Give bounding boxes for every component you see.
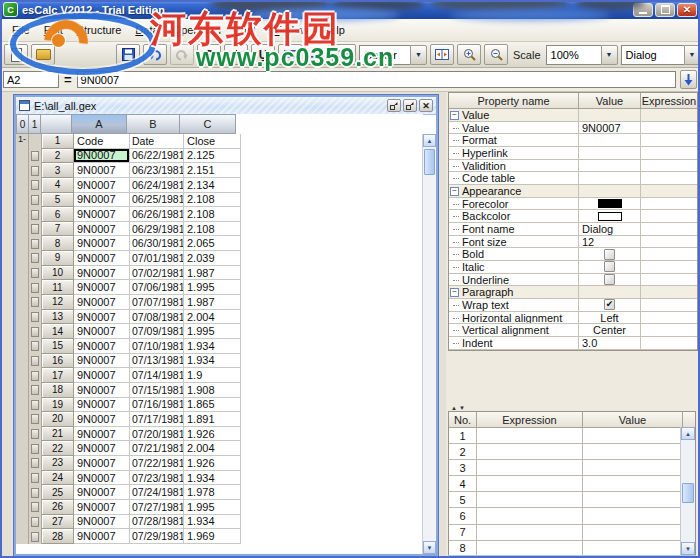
cell-a12[interactable]: 9N0007 bbox=[74, 295, 130, 310]
cell-a7[interactable]: 9N0007 bbox=[74, 222, 130, 237]
outline-cell[interactable] bbox=[29, 354, 42, 369]
cell-c25[interactable]: 1.978 bbox=[184, 485, 241, 500]
outline-cell[interactable] bbox=[16, 236, 29, 251]
row-header-18[interactable]: 18 bbox=[42, 383, 74, 398]
outline-cell[interactable] bbox=[16, 163, 29, 178]
menu-item-tool[interactable]: Tool bbox=[228, 22, 262, 38]
cell-b12[interactable]: 07/07/1981 bbox=[130, 295, 184, 310]
cell-reference-box[interactable]: A2 bbox=[3, 71, 59, 88]
row-header-12[interactable]: 12 bbox=[42, 295, 74, 310]
cell-b15[interactable]: 07/10/1981 bbox=[130, 339, 184, 354]
cell-c24[interactable]: 1.934 bbox=[184, 471, 241, 486]
cell-b9[interactable]: 07/01/1981 bbox=[130, 251, 184, 266]
property-value[interactable] bbox=[579, 172, 641, 184]
property-row-bold[interactable]: Bold bbox=[449, 248, 697, 261]
property-expression[interactable] bbox=[641, 198, 697, 210]
outline-cell[interactable] bbox=[16, 324, 29, 339]
outline-cell[interactable] bbox=[16, 500, 29, 515]
cell-a2[interactable]: 9N0007 bbox=[74, 149, 130, 164]
row-header-9[interactable]: 9 bbox=[42, 251, 74, 266]
outline-cell[interactable] bbox=[16, 368, 29, 383]
underline-button[interactable]: U bbox=[251, 44, 275, 65]
property-row-forecolor[interactable]: Forecolor bbox=[449, 198, 697, 211]
outline-cell[interactable] bbox=[16, 456, 29, 471]
checkbox-checked[interactable]: ✔ bbox=[604, 299, 615, 310]
menu-item-help[interactable]: Help bbox=[315, 22, 352, 38]
cell-a6[interactable]: 9N0007 bbox=[74, 207, 130, 222]
scroll-up-icon[interactable]: ▲ bbox=[423, 134, 436, 147]
row-header-22[interactable]: 22 bbox=[42, 441, 74, 456]
cell-a14[interactable]: 9N0007 bbox=[74, 324, 130, 339]
property-value[interactable]: ✔ bbox=[579, 299, 641, 311]
menu-item-edit[interactable]: Edit bbox=[37, 22, 70, 38]
outline-cell[interactable] bbox=[29, 339, 42, 354]
outline-cell[interactable] bbox=[16, 383, 29, 398]
cell-a19[interactable]: 9N0007 bbox=[74, 398, 130, 413]
cell-b25[interactable]: 07/24/1981 bbox=[130, 485, 184, 500]
property-expression[interactable] bbox=[641, 299, 697, 311]
merge-cells-button[interactable] bbox=[430, 44, 454, 65]
value-cell[interactable] bbox=[583, 541, 683, 556]
property-value[interactable] bbox=[579, 274, 641, 286]
column-header-b[interactable]: B bbox=[126, 114, 180, 134]
cell-a27[interactable]: 9N0007 bbox=[74, 515, 130, 530]
row-header-24[interactable]: 24 bbox=[42, 471, 74, 486]
zoom-out-button[interactable] bbox=[484, 44, 508, 65]
outline-cell[interactable] bbox=[16, 398, 29, 413]
cell-c10[interactable]: 1.987 bbox=[184, 266, 241, 281]
scroll-down-icon[interactable]: ▼ bbox=[423, 541, 436, 554]
menu-item-file[interactable]: File bbox=[5, 22, 37, 38]
property-row-vertical-alignment[interactable]: Vertical alignmentCenter bbox=[449, 324, 697, 337]
property-value[interactable] bbox=[579, 147, 641, 159]
expression-cell[interactable] bbox=[477, 492, 583, 507]
cell-b17[interactable]: 07/14/1981 bbox=[130, 368, 184, 383]
cell-a17[interactable]: 9N0007 bbox=[74, 368, 130, 383]
formula-expand-button[interactable] bbox=[680, 70, 697, 89]
cell-a21[interactable]: 9N0007 bbox=[74, 427, 130, 442]
expression-cell[interactable] bbox=[477, 460, 583, 475]
cell-a23[interactable]: 9N0007 bbox=[74, 456, 130, 471]
outline-cell[interactable] bbox=[16, 441, 29, 456]
property-expression[interactable] bbox=[641, 210, 697, 222]
cell-a5[interactable]: 9N0007 bbox=[74, 193, 130, 208]
cell-a15[interactable]: 9N0007 bbox=[74, 339, 130, 354]
property-row-wrap-text[interactable]: Wrap text✔ bbox=[449, 299, 697, 312]
cell-a18[interactable]: 9N0007 bbox=[74, 383, 130, 398]
cell-c12[interactable]: 1.987 bbox=[184, 295, 241, 310]
cell-a9[interactable]: 9N0007 bbox=[74, 251, 130, 266]
outline-cell[interactable] bbox=[29, 398, 42, 413]
row-header-20[interactable]: 20 bbox=[42, 412, 74, 427]
expression-scrollbar[interactable]: ▲ ▼ bbox=[680, 427, 695, 555]
row-header-10[interactable]: 10 bbox=[42, 266, 74, 281]
outline-cell[interactable] bbox=[29, 324, 42, 339]
cell-b11[interactable]: 07/06/1981 bbox=[130, 280, 184, 295]
cell-b3[interactable]: 06/23/1981 bbox=[130, 163, 184, 178]
cell-c18[interactable]: 1.908 bbox=[184, 383, 241, 398]
cell-c3[interactable]: 2.151 bbox=[184, 163, 241, 178]
cell-a10[interactable]: 9N0007 bbox=[74, 266, 130, 281]
outline-cell[interactable] bbox=[29, 529, 42, 544]
collapse-icon[interactable]: − bbox=[449, 185, 460, 197]
menu-item-operation[interactable]: Operation bbox=[166, 22, 228, 38]
property-row-indent[interactable]: Indent3.0 bbox=[449, 337, 697, 350]
cell-b26[interactable]: 07/27/1981 bbox=[130, 500, 184, 515]
outline-cell[interactable] bbox=[16, 412, 29, 427]
vertical-scrollbar[interactable]: ▲ ▼ bbox=[422, 134, 436, 554]
align-left-button[interactable] bbox=[278, 44, 302, 65]
cell-a25[interactable]: 9N0007 bbox=[74, 485, 130, 500]
row-header-15[interactable]: 15 bbox=[42, 339, 74, 354]
maximize-button[interactable] bbox=[655, 3, 675, 17]
value-cell[interactable] bbox=[583, 476, 683, 491]
undo-button[interactable] bbox=[143, 44, 167, 65]
row-header-21[interactable]: 21 bbox=[42, 427, 74, 442]
row-header-2[interactable]: 2 bbox=[42, 149, 74, 164]
scroll-down-icon[interactable]: ▼ bbox=[681, 542, 695, 555]
property-expression[interactable] bbox=[641, 324, 697, 336]
menu-item-window[interactable]: Window bbox=[262, 22, 315, 38]
bold-button[interactable]: B bbox=[197, 44, 221, 65]
cell-b19[interactable]: 07/16/1981 bbox=[130, 398, 184, 413]
outline-cell[interactable] bbox=[29, 266, 42, 281]
sheet-close-button[interactable]: ✕ bbox=[419, 99, 433, 112]
property-value[interactable] bbox=[579, 109, 641, 121]
property-value[interactable]: Left bbox=[579, 312, 641, 324]
